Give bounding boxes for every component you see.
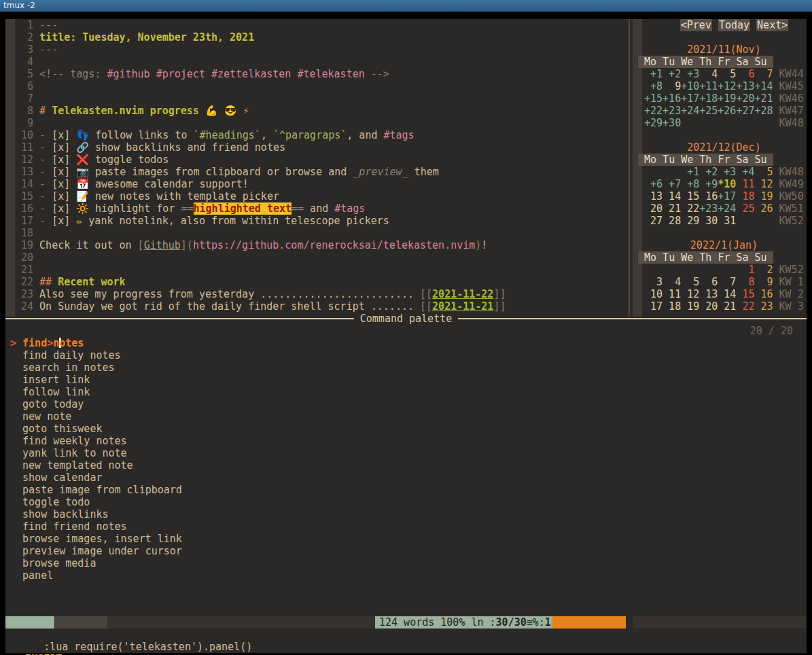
calendar-day[interactable]: 31 — [718, 215, 736, 227]
calendar-day[interactable]: +4 — [736, 166, 754, 178]
calendar-day[interactable]: +1 — [644, 68, 663, 80]
calendar-day[interactable]: +24 — [718, 202, 736, 215]
editor-line[interactable]: 11- [x] 🔗 show backlinks and friend note… — [15, 141, 628, 154]
calendar-day[interactable]: +3 — [681, 68, 699, 80]
calendar-day[interactable]: 4 — [699, 68, 718, 80]
editor-line[interactable]: 9 — [15, 117, 628, 129]
calendar-day[interactable]: +26 — [718, 105, 736, 117]
palette-item[interactable]: show backlinks — [10, 508, 801, 520]
calendar-day[interactable]: 13 — [644, 190, 663, 202]
editor-line[interactable]: 15- [x] 📝 new notes with template picker — [15, 190, 628, 202]
palette-item[interactable]: find daily notes — [10, 349, 801, 361]
calendar-day[interactable]: +12 — [718, 80, 736, 92]
calendar-day[interactable]: 14 — [663, 190, 681, 202]
palette-item[interactable]: find weekly notes — [10, 435, 801, 447]
calendar-day[interactable]: 2 — [754, 264, 773, 276]
palette-item[interactable]: find friend notes — [10, 520, 801, 533]
calendar-day[interactable]: 9 — [754, 276, 773, 288]
palette-prompt-input[interactable]: > 20 / 20 — [10, 325, 801, 337]
editor-line[interactable]: 6 — [15, 80, 628, 92]
calendar-day[interactable]: 20 — [644, 202, 663, 215]
calendar-day[interactable]: 5 — [681, 276, 699, 288]
calendar-day[interactable]: +21 — [754, 92, 773, 105]
calendar-day[interactable]: +17 — [718, 190, 736, 202]
calendar-day[interactable]: 23 — [754, 300, 773, 313]
palette-item[interactable]: panel — [10, 569, 801, 582]
editor-line[interactable]: 10- [x] 👣 follow links to `#headings`, `… — [15, 129, 628, 141]
calendar-day[interactable]: +2 — [663, 68, 681, 80]
calendar-day[interactable]: +11 — [699, 80, 718, 92]
calendar-day[interactable]: 30 — [699, 215, 718, 227]
next-month-button[interactable]: Next> — [756, 19, 788, 31]
calendar-day[interactable]: 16 — [699, 190, 718, 202]
calendar-day[interactable]: +23 — [663, 105, 681, 117]
editor-line[interactable]: 8# Telekasten.nvim progress 💪 😎 ⚡ — [15, 105, 628, 117]
calendar-day[interactable]: +20 — [736, 92, 754, 105]
editor-line[interactable]: 16- [x] 🔆 highlight for ==highlighted te… — [15, 202, 628, 215]
editor-line[interactable]: 5<!-- tags: #github #project #zettelkast… — [15, 68, 628, 80]
calendar-day[interactable]: 14 — [718, 288, 736, 300]
calendar-day[interactable]: +8 — [644, 80, 663, 92]
editor-line[interactable]: 20 — [15, 251, 628, 264]
calendar-day[interactable]: 15 — [681, 190, 699, 202]
palette-item[interactable]: new note — [10, 410, 801, 423]
calendar-day[interactable]: 7 — [754, 68, 773, 80]
calendar-day[interactable]: 1 — [736, 264, 754, 276]
editor-line[interactable]: 2title: Tuesday, November 23th, 2021 — [15, 31, 628, 43]
calendar-day[interactable]: 20 — [699, 300, 718, 313]
today-button[interactable]: Today — [718, 19, 750, 31]
calendar-day[interactable]: 21 — [663, 202, 681, 215]
palette-item[interactable]: insert link — [10, 374, 801, 386]
calendar-day[interactable]: +27 — [736, 105, 754, 117]
calendar-day[interactable]: +19 — [718, 92, 736, 105]
calendar-day[interactable]: 11 — [736, 178, 754, 190]
calendar-day[interactable]: +17 — [681, 92, 699, 105]
editor-line[interactable]: 22## Recent work — [15, 276, 628, 288]
calendar-day[interactable]: 12 — [754, 178, 773, 190]
palette-item[interactable]: search in notes — [10, 361, 801, 374]
calendar-day[interactable]: +7 — [663, 178, 681, 190]
calendar-day[interactable]: 19 — [681, 300, 699, 313]
calendar-day[interactable]: 26 — [754, 202, 773, 215]
calendar-day[interactable]: +13 — [736, 80, 754, 92]
calendar-day[interactable]: +10 — [681, 80, 699, 92]
calendar-day[interactable]: 29 — [681, 215, 699, 227]
calendar-day[interactable]: +8 — [681, 178, 699, 190]
command-line[interactable]: :lua require('telekasten').panel() — [7, 629, 252, 641]
palette-item[interactable]: goto thisweek — [10, 423, 801, 435]
calendar-day[interactable]: 25 — [736, 202, 754, 215]
calendar-day[interactable]: +9 — [699, 178, 718, 190]
calendar-day[interactable]: +6 — [644, 178, 663, 190]
calendar-day[interactable]: +29 — [644, 117, 663, 129]
editor-line[interactable]: 7 — [15, 92, 628, 105]
editor-line[interactable]: 14- [x] 📅 awesome calendar support! — [15, 178, 628, 190]
calendar-day[interactable]: 13 — [699, 288, 718, 300]
calendar-day[interactable]: 18 — [663, 300, 681, 313]
calendar-day[interactable]: 5 — [718, 68, 736, 80]
calendar-day[interactable]: 19 — [754, 190, 773, 202]
calendar-day[interactable]: +3 — [718, 166, 736, 178]
editor-line[interactable]: 1--- — [15, 19, 628, 31]
prev-month-button[interactable]: <Prev — [680, 19, 712, 31]
calendar-day[interactable]: 15 — [736, 288, 754, 300]
calendar-day[interactable]: 16 — [754, 288, 773, 300]
editor-pane[interactable]: 1---2title: Tuesday, November 23th, 2021… — [15, 19, 628, 313]
calendar-day[interactable]: 9 — [663, 80, 681, 92]
calendar-day[interactable]: 22 — [681, 202, 699, 215]
calendar-day[interactable]: 27 — [644, 215, 663, 227]
calendar-day[interactable]: *10 — [718, 178, 736, 190]
calendar-day[interactable]: +15 — [644, 92, 663, 105]
calendar-day[interactable]: +24 — [681, 105, 699, 117]
palette-item[interactable]: yank link to note — [10, 447, 801, 459]
palette-item[interactable]: goto today — [10, 398, 801, 410]
calendar-day[interactable]: +30 — [663, 117, 681, 129]
calendar-day[interactable]: +1 — [681, 166, 699, 178]
calendar-day[interactable]: 28 — [663, 215, 681, 227]
palette-item[interactable]: browse media — [10, 557, 801, 569]
calendar-day[interactable]: +28 — [754, 105, 773, 117]
calendar-day[interactable]: 18 — [736, 190, 754, 202]
calendar-day[interactable]: 8 — [736, 276, 754, 288]
editor-line[interactable]: 21 — [15, 264, 628, 276]
calendar-day[interactable]: 6 — [699, 276, 718, 288]
calendar-day[interactable]: +16 — [663, 92, 681, 105]
